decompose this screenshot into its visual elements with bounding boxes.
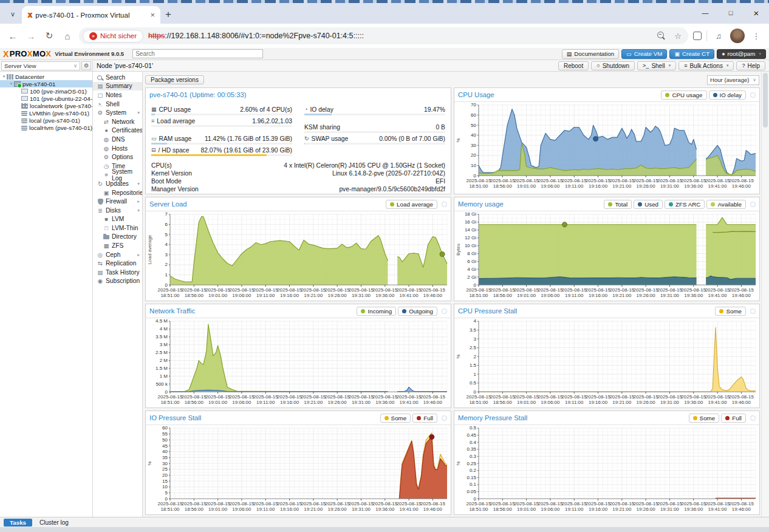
- profile-avatar[interactable]: [730, 29, 745, 43]
- tree-item-100-pve-zimaos-01[interactable]: 100 (pve-zimaOS-01): [0, 87, 92, 95]
- legend-some[interactable]: Some: [689, 414, 720, 423]
- nav-item-subscription[interactable]: ◉Subscription: [93, 277, 142, 286]
- view-settings-button[interactable]: ⚙: [81, 61, 91, 70]
- legend-load-average[interactable]: Load average: [386, 200, 437, 209]
- nav-item-repositories[interactable]: ▣Repositories: [93, 188, 142, 197]
- legend-some[interactable]: Some: [715, 307, 746, 316]
- nav-item-search[interactable]: Search: [93, 73, 142, 82]
- svg-text:2025-08-15: 2025-08-15: [182, 287, 207, 293]
- back-icon[interactable]: ←: [6, 31, 19, 41]
- package-versions-button[interactable]: Package versions: [145, 75, 204, 84]
- legend-cpu-usage[interactable]: CPU usage: [661, 90, 706, 100]
- tree-item-101-pve-ubuntu-22-04-01[interactable]: 101 (pve-ubuntu-22-04-01): [0, 95, 92, 102]
- undock-icon[interactable]: [442, 202, 447, 207]
- zoom-out-icon[interactable]: [657, 31, 666, 41]
- svg-text:19:11:00: 19:11:00: [256, 506, 275, 512]
- legend-outgoing[interactable]: Outgoing: [398, 307, 437, 316]
- timeframe-select[interactable]: Hour (average)∨: [707, 75, 759, 85]
- address-bar[interactable]: × Nicht sicher https://192.168.1.148:800…: [79, 27, 688, 44]
- reload-icon[interactable]: ↻: [43, 30, 56, 41]
- tree-item-datacenter[interactable]: ▾Datacenter: [0, 73, 92, 80]
- tab-search-button[interactable]: ∨: [5, 6, 21, 22]
- user-menu-button[interactable]: ●root@pam▾: [717, 49, 766, 59]
- new-tab-button[interactable]: +: [160, 7, 176, 22]
- global-search-input[interactable]: [132, 49, 263, 58]
- create-ct-button[interactable]: ▣Create CT: [669, 49, 714, 59]
- tab-close-icon[interactable]: ×: [150, 10, 155, 19]
- undock-icon[interactable]: [750, 92, 756, 98]
- browser-tab[interactable]: X pve-s740-01 - Proxmox Virtual ×: [22, 6, 160, 24]
- metric-label: Load average: [157, 118, 195, 124]
- tree-item-lvmthin-pve-s740-01[interactable]: LVMthin (pve-s740-01): [0, 109, 92, 117]
- nav-item-zfs[interactable]: ▦ZFS: [93, 241, 142, 250]
- media-controls-icon[interactable]: ♫: [712, 32, 725, 41]
- shell-button[interactable]: >_Shell▾: [637, 61, 676, 70]
- svg-text:19:36:00: 19:36:00: [375, 293, 395, 298]
- tree-item-pve-s740-01[interactable]: ▾pve-s740-01: [0, 80, 92, 87]
- nav-item-system[interactable]: ⚙System▾: [93, 108, 142, 117]
- nav-item-task-history[interactable]: ▤Task History: [93, 268, 142, 277]
- nav-item-options[interactable]: ⚙Options: [93, 152, 142, 162]
- scrollbar-thumb[interactable]: [763, 73, 768, 128]
- legend-some[interactable]: Some: [380, 414, 411, 423]
- legend-io-delay[interactable]: IO delay: [709, 90, 747, 100]
- maximize-button[interactable]: □: [718, 9, 743, 16]
- legend-used[interactable]: Used: [634, 200, 663, 209]
- storage-icon: [21, 125, 27, 131]
- zfs-icon: ▦: [102, 242, 111, 249]
- tasks-tab[interactable]: Tasks: [4, 519, 32, 527]
- nav-item-directory[interactable]: Directory: [93, 233, 142, 242]
- tree-item-localhvm-pve-s740-01[interactable]: localHvm (pve-s740-01): [0, 124, 92, 131]
- nav-item-lvm[interactable]: ■LVM: [93, 215, 142, 224]
- svg-text:0.05: 0.05: [467, 489, 476, 494]
- nav-item-lvm-thin[interactable]: □LVM-Thin: [93, 223, 142, 233]
- cluster-log-tab[interactable]: Cluster log: [39, 519, 69, 526]
- nav-item-firewall[interactable]: Firewall▸: [93, 197, 142, 206]
- bookmark-star-icon[interactable]: ☆: [671, 32, 685, 41]
- legend-full[interactable]: Full: [721, 414, 746, 423]
- nav-item-summary[interactable]: ▤Summary: [93, 82, 142, 91]
- home-icon[interactable]: ⌂: [61, 31, 74, 41]
- create-vm-button[interactable]: ▭Create VM: [621, 49, 667, 59]
- browser-menu-icon[interactable]: ⋮: [750, 32, 763, 41]
- shutdown-button[interactable]: ○Shutdown: [591, 61, 635, 70]
- nav-item-disks[interactable]: ≣Disks▾: [93, 206, 142, 215]
- close-button[interactable]: ×: [743, 8, 769, 18]
- legend-available[interactable]: Available: [706, 200, 746, 209]
- svg-text:19:26:00: 19:26:00: [328, 400, 347, 405]
- extensions-icon[interactable]: [693, 32, 702, 40]
- undock-icon[interactable]: [750, 309, 756, 314]
- documentation-button[interactable]: ▤Documentation: [562, 49, 619, 59]
- legend-incoming[interactable]: Incoming: [357, 307, 396, 316]
- undock-icon[interactable]: [750, 415, 756, 421]
- legend-zfs-arc[interactable]: ZFS ARC: [665, 200, 705, 209]
- tree-item-local-pve-s740-01[interactable]: local (pve-s740-01): [0, 117, 92, 124]
- legend-full[interactable]: Full: [412, 414, 437, 423]
- chevron-right-icon[interactable]: ›: [443, 194, 445, 194]
- nav-item-network[interactable]: ⇄Network: [93, 117, 142, 126]
- content-scrollbar[interactable]: [761, 72, 769, 517]
- nav-item-certificates[interactable]: ●Certificates: [93, 126, 142, 135]
- security-chip[interactable]: × Nicht sicher: [83, 30, 143, 43]
- svg-text:2025-08-15: 2025-08-15: [634, 287, 658, 293]
- nav-item-dns[interactable]: ◍DNS: [93, 135, 142, 144]
- nav-item-replication[interactable]: ⇆Replication: [93, 259, 142, 268]
- legend-total[interactable]: Total: [604, 200, 632, 209]
- nav-item-system-log[interactable]: ≡System Log: [93, 171, 142, 180]
- tree-item-localnetwork-pve-s740-01[interactable]: localnetwork (pve-s740-01): [0, 102, 92, 109]
- nav-item-hosts[interactable]: ◍Hosts: [93, 144, 142, 153]
- undock-icon[interactable]: [442, 415, 447, 421]
- bulk-actions-button[interactable]: ≡Bulk Actions▾: [678, 61, 734, 70]
- nav-item-ceph[interactable]: ◎Ceph▸: [93, 250, 142, 259]
- undock-icon[interactable]: [750, 202, 756, 207]
- minimize-button[interactable]: —: [692, 9, 718, 16]
- summary-row-ram-usage: ▭RAM usage11.42% (1.76 GiB of 15.39 GiB): [150, 134, 293, 145]
- info-label: Manager Version: [151, 186, 199, 193]
- undock-icon[interactable]: [442, 309, 447, 314]
- nav-item-shell[interactable]: >_Shell: [93, 100, 142, 109]
- reboot-button[interactable]: Reboot: [558, 61, 589, 70]
- help-button[interactable]: ?Help: [736, 61, 765, 70]
- view-selector[interactable]: Server View∨: [1, 61, 80, 70]
- forward-icon[interactable]: →: [24, 31, 38, 41]
- nav-item-notes[interactable]: ▢Notes: [93, 90, 142, 100]
